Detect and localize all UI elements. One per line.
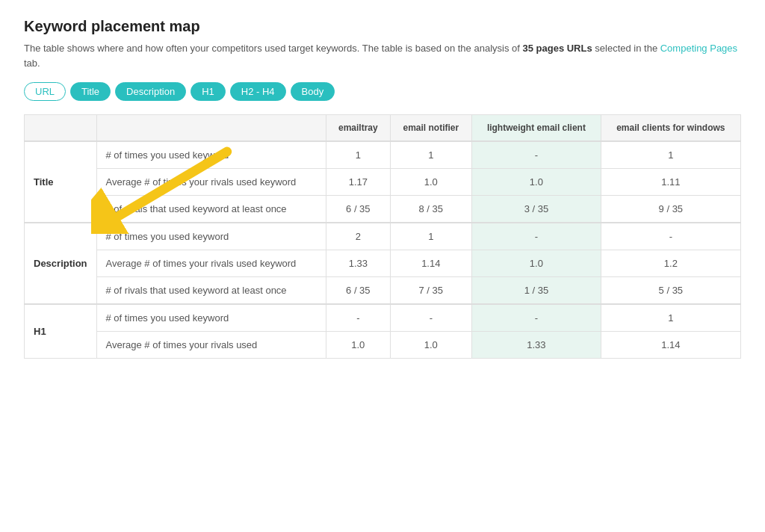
value-cell-highlight: - — [472, 141, 601, 169]
value-cell: 1.33 — [326, 250, 390, 277]
value-cell: - — [390, 304, 472, 332]
section-label-description: Description — [25, 223, 97, 304]
metric-label: # of times you used keyword — [96, 223, 326, 250]
metric-label: # of times you used keyword — [96, 304, 326, 332]
value-cell: - — [326, 304, 390, 332]
value-cell-highlight: 1.33 — [472, 332, 601, 359]
value-cell: 5 / 35 — [601, 277, 740, 305]
value-cell: 1.17 — [326, 169, 390, 196]
table-row: # of rivals that used keyword at least o… — [25, 196, 741, 223]
section-label-title: Title — [25, 141, 97, 223]
value-cell: 1 — [390, 223, 472, 250]
competing-pages-link[interactable]: Competing Pages — [660, 43, 737, 54]
metric-label: # of times you used keyword — [96, 141, 326, 169]
page-title: Keyword placement map — [24, 18, 741, 35]
filter-tabs: URL Title Description H1 H2 - H4 Body — [24, 82, 741, 101]
value-cell-highlight: - — [472, 304, 601, 332]
metric-label: Average # of times your rivals used keyw… — [96, 250, 326, 277]
value-cell: 1.0 — [326, 332, 390, 359]
value-cell: 1 — [601, 141, 740, 169]
value-cell: 2 — [326, 223, 390, 250]
filter-tab-url[interactable]: URL — [24, 82, 66, 101]
value-cell-highlight: 3 / 35 — [472, 196, 601, 223]
filter-tab-h2h4[interactable]: H2 - H4 — [230, 82, 286, 101]
keyword-table: emailtray email notifier lightweight ema… — [24, 114, 741, 359]
value-cell-highlight: 1 / 35 — [472, 277, 601, 305]
value-cell: - — [601, 223, 740, 250]
table-row: H1 # of times you used keyword - - - 1 — [25, 304, 741, 332]
value-cell: 8 / 35 — [390, 196, 472, 223]
page-description: The table shows where and how often your… — [24, 41, 741, 70]
col-header-lightweight-email: lightweight email client — [472, 115, 601, 142]
col-header-metric — [96, 115, 326, 142]
section-label-h1: H1 — [25, 304, 97, 359]
value-cell: 1.14 — [390, 250, 472, 277]
content-area: emailtray email notifier lightweight ema… — [24, 114, 741, 359]
col-header-emailtray: emailtray — [326, 115, 390, 142]
value-cell: 9 / 35 — [601, 196, 740, 223]
table-row: Description # of times you used keyword … — [25, 223, 741, 250]
value-cell: 6 / 35 — [326, 277, 390, 305]
value-cell: 1.2 — [601, 250, 740, 277]
filter-tab-title[interactable]: Title — [70, 82, 111, 101]
value-cell: 1 — [390, 141, 472, 169]
value-cell: 6 / 35 — [326, 196, 390, 223]
value-cell: 1 — [326, 141, 390, 169]
col-header-email-notifier: email notifier — [390, 115, 472, 142]
table-row: # of rivals that used keyword at least o… — [25, 277, 741, 305]
value-cell: 1 — [601, 304, 740, 332]
col-header-email-clients-windows: email clients for windows — [601, 115, 740, 142]
value-cell-highlight: - — [472, 223, 601, 250]
value-cell: 1.11 — [601, 169, 740, 196]
filter-tab-description[interactable]: Description — [115, 82, 186, 101]
value-cell: 1.0 — [390, 332, 472, 359]
table-row: Average # of times your rivals used keyw… — [25, 169, 741, 196]
value-cell: 1.0 — [390, 169, 472, 196]
metric-label: # of rivals that used keyword at least o… — [96, 196, 326, 223]
table-row: Average # of times your rivals used keyw… — [25, 250, 741, 277]
value-cell-highlight: 1.0 — [472, 169, 601, 196]
value-cell: 7 / 35 — [390, 277, 472, 305]
table-row: Average # of times your rivals used 1.0 … — [25, 332, 741, 359]
table-row: Title # of times you used keyword 1 1 - … — [25, 141, 741, 169]
col-header-section — [25, 115, 97, 142]
metric-label: Average # of times your rivals used — [96, 332, 326, 359]
metric-label: # of rivals that used keyword at least o… — [96, 277, 326, 305]
filter-tab-body[interactable]: Body — [291, 82, 335, 101]
metric-label: Average # of times your rivals used keyw… — [96, 169, 326, 196]
filter-tab-h1[interactable]: H1 — [191, 82, 226, 101]
value-cell-highlight: 1.0 — [472, 250, 601, 277]
value-cell: 1.14 — [601, 332, 740, 359]
